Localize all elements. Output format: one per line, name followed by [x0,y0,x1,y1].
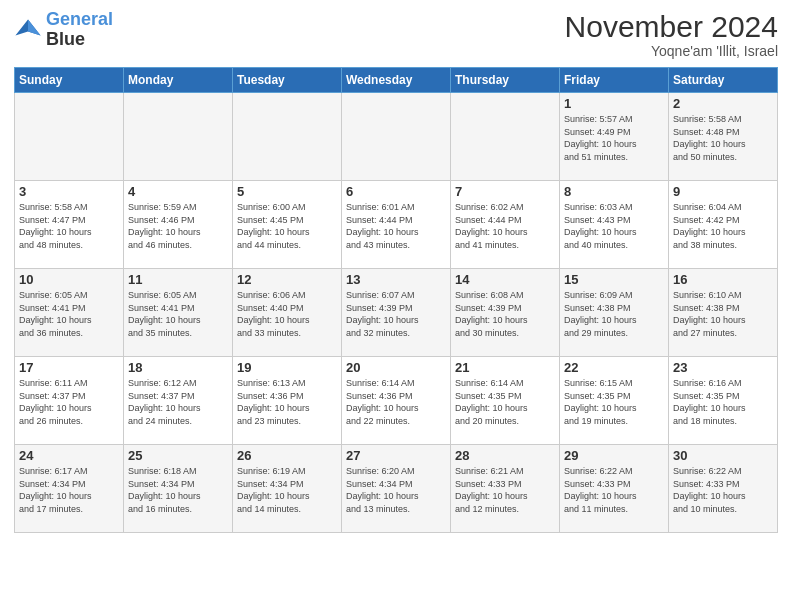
calendar-cell: 23Sunrise: 6:16 AM Sunset: 4:35 PM Dayli… [669,357,778,445]
calendar-cell: 6Sunrise: 6:01 AM Sunset: 4:44 PM Daylig… [342,181,451,269]
day-number: 29 [564,448,664,463]
day-number: 2 [673,96,773,111]
calendar-cell [15,93,124,181]
day-info: Sunrise: 5:58 AM Sunset: 4:48 PM Dayligh… [673,113,773,163]
month-title: November 2024 [565,10,778,43]
calendar-week-row: 3Sunrise: 5:58 AM Sunset: 4:47 PM Daylig… [15,181,778,269]
calendar-cell: 12Sunrise: 6:06 AM Sunset: 4:40 PM Dayli… [233,269,342,357]
day-number: 25 [128,448,228,463]
calendar-week-row: 17Sunrise: 6:11 AM Sunset: 4:37 PM Dayli… [15,357,778,445]
logo-icon [14,16,42,44]
day-number: 4 [128,184,228,199]
calendar-cell: 22Sunrise: 6:15 AM Sunset: 4:35 PM Dayli… [560,357,669,445]
calendar-cell: 2Sunrise: 5:58 AM Sunset: 4:48 PM Daylig… [669,93,778,181]
day-number: 5 [237,184,337,199]
day-number: 27 [346,448,446,463]
calendar-week-row: 10Sunrise: 6:05 AM Sunset: 4:41 PM Dayli… [15,269,778,357]
weekday-header: Tuesday [233,68,342,93]
calendar-cell: 21Sunrise: 6:14 AM Sunset: 4:35 PM Dayli… [451,357,560,445]
calendar-cell [124,93,233,181]
day-number: 3 [19,184,119,199]
day-info: Sunrise: 6:04 AM Sunset: 4:42 PM Dayligh… [673,201,773,251]
title-block: November 2024 Yoqne'am 'Illit, Israel [565,10,778,59]
logo: GeneralBlue [14,10,113,50]
day-info: Sunrise: 6:05 AM Sunset: 4:41 PM Dayligh… [19,289,119,339]
calendar-cell [451,93,560,181]
day-info: Sunrise: 6:00 AM Sunset: 4:45 PM Dayligh… [237,201,337,251]
weekday-header: Wednesday [342,68,451,93]
day-number: 15 [564,272,664,287]
day-info: Sunrise: 6:05 AM Sunset: 4:41 PM Dayligh… [128,289,228,339]
day-number: 7 [455,184,555,199]
day-number: 26 [237,448,337,463]
header: GeneralBlue November 2024 Yoqne'am 'Illi… [14,10,778,59]
calendar-container: GeneralBlue November 2024 Yoqne'am 'Illi… [0,0,792,541]
calendar-cell: 1Sunrise: 5:57 AM Sunset: 4:49 PM Daylig… [560,93,669,181]
day-info: Sunrise: 6:14 AM Sunset: 4:35 PM Dayligh… [455,377,555,427]
day-info: Sunrise: 6:21 AM Sunset: 4:33 PM Dayligh… [455,465,555,515]
day-number: 16 [673,272,773,287]
weekday-header: Monday [124,68,233,93]
day-info: Sunrise: 6:12 AM Sunset: 4:37 PM Dayligh… [128,377,228,427]
weekday-header: Thursday [451,68,560,93]
day-info: Sunrise: 6:14 AM Sunset: 4:36 PM Dayligh… [346,377,446,427]
calendar-cell: 25Sunrise: 6:18 AM Sunset: 4:34 PM Dayli… [124,445,233,533]
day-info: Sunrise: 6:13 AM Sunset: 4:36 PM Dayligh… [237,377,337,427]
logo-text: GeneralBlue [46,10,113,50]
day-number: 20 [346,360,446,375]
day-number: 23 [673,360,773,375]
day-info: Sunrise: 6:22 AM Sunset: 4:33 PM Dayligh… [673,465,773,515]
calendar-cell: 16Sunrise: 6:10 AM Sunset: 4:38 PM Dayli… [669,269,778,357]
day-number: 14 [455,272,555,287]
calendar-cell [342,93,451,181]
day-info: Sunrise: 6:15 AM Sunset: 4:35 PM Dayligh… [564,377,664,427]
calendar-cell: 15Sunrise: 6:09 AM Sunset: 4:38 PM Dayli… [560,269,669,357]
day-number: 13 [346,272,446,287]
day-number: 21 [455,360,555,375]
calendar-cell: 18Sunrise: 6:12 AM Sunset: 4:37 PM Dayli… [124,357,233,445]
calendar-table: SundayMondayTuesdayWednesdayThursdayFrid… [14,67,778,533]
day-info: Sunrise: 6:07 AM Sunset: 4:39 PM Dayligh… [346,289,446,339]
calendar-cell: 4Sunrise: 5:59 AM Sunset: 4:46 PM Daylig… [124,181,233,269]
calendar-cell: 26Sunrise: 6:19 AM Sunset: 4:34 PM Dayli… [233,445,342,533]
calendar-cell: 19Sunrise: 6:13 AM Sunset: 4:36 PM Dayli… [233,357,342,445]
location: Yoqne'am 'Illit, Israel [565,43,778,59]
day-number: 24 [19,448,119,463]
calendar-cell: 9Sunrise: 6:04 AM Sunset: 4:42 PM Daylig… [669,181,778,269]
day-number: 10 [19,272,119,287]
day-number: 18 [128,360,228,375]
day-number: 11 [128,272,228,287]
day-number: 30 [673,448,773,463]
day-number: 17 [19,360,119,375]
day-info: Sunrise: 5:57 AM Sunset: 4:49 PM Dayligh… [564,113,664,163]
day-info: Sunrise: 6:10 AM Sunset: 4:38 PM Dayligh… [673,289,773,339]
calendar-week-row: 1Sunrise: 5:57 AM Sunset: 4:49 PM Daylig… [15,93,778,181]
calendar-cell: 8Sunrise: 6:03 AM Sunset: 4:43 PM Daylig… [560,181,669,269]
calendar-cell: 13Sunrise: 6:07 AM Sunset: 4:39 PM Dayli… [342,269,451,357]
day-info: Sunrise: 5:59 AM Sunset: 4:46 PM Dayligh… [128,201,228,251]
calendar-cell: 17Sunrise: 6:11 AM Sunset: 4:37 PM Dayli… [15,357,124,445]
header-row: SundayMondayTuesdayWednesdayThursdayFrid… [15,68,778,93]
day-number: 19 [237,360,337,375]
day-info: Sunrise: 6:01 AM Sunset: 4:44 PM Dayligh… [346,201,446,251]
day-info: Sunrise: 6:06 AM Sunset: 4:40 PM Dayligh… [237,289,337,339]
day-number: 28 [455,448,555,463]
calendar-week-row: 24Sunrise: 6:17 AM Sunset: 4:34 PM Dayli… [15,445,778,533]
day-info: Sunrise: 6:11 AM Sunset: 4:37 PM Dayligh… [19,377,119,427]
day-info: Sunrise: 6:02 AM Sunset: 4:44 PM Dayligh… [455,201,555,251]
day-number: 22 [564,360,664,375]
day-info: Sunrise: 6:09 AM Sunset: 4:38 PM Dayligh… [564,289,664,339]
calendar-cell: 10Sunrise: 6:05 AM Sunset: 4:41 PM Dayli… [15,269,124,357]
calendar-cell: 30Sunrise: 6:22 AM Sunset: 4:33 PM Dayli… [669,445,778,533]
day-info: Sunrise: 6:16 AM Sunset: 4:35 PM Dayligh… [673,377,773,427]
calendar-cell: 11Sunrise: 6:05 AM Sunset: 4:41 PM Dayli… [124,269,233,357]
weekday-header: Sunday [15,68,124,93]
weekday-header: Saturday [669,68,778,93]
calendar-cell: 28Sunrise: 6:21 AM Sunset: 4:33 PM Dayli… [451,445,560,533]
day-number: 8 [564,184,664,199]
calendar-cell: 3Sunrise: 5:58 AM Sunset: 4:47 PM Daylig… [15,181,124,269]
calendar-cell: 20Sunrise: 6:14 AM Sunset: 4:36 PM Dayli… [342,357,451,445]
day-info: Sunrise: 6:22 AM Sunset: 4:33 PM Dayligh… [564,465,664,515]
day-info: Sunrise: 6:17 AM Sunset: 4:34 PM Dayligh… [19,465,119,515]
calendar-cell [233,93,342,181]
